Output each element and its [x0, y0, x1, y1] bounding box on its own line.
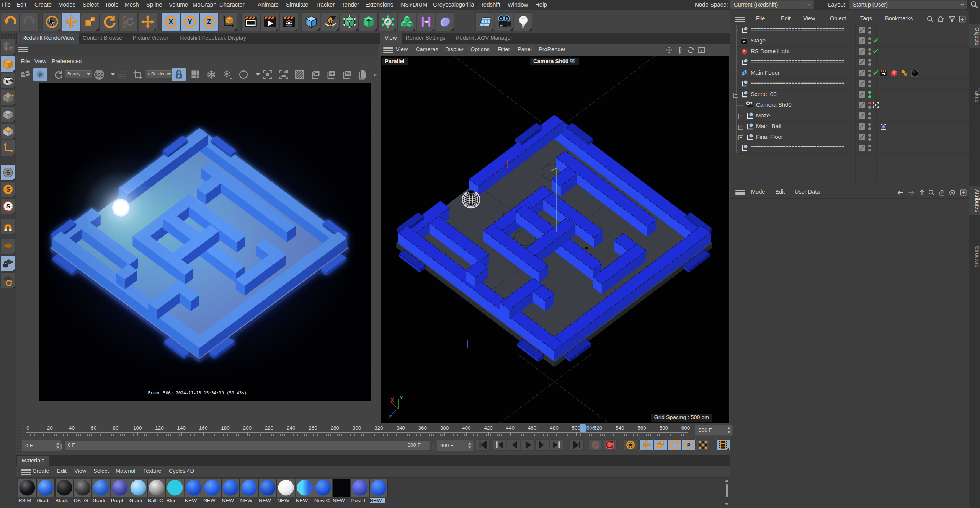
object-row-separator[interactable]: ============================== — [730, 143, 969, 154]
tool-cubes-three[interactable] — [397, 12, 416, 31]
visibility-dot-render[interactable] — [868, 74, 871, 77]
rv-tool-img-plus[interactable] — [324, 68, 338, 81]
expand-toggle[interactable]: + — [738, 135, 743, 140]
om-plus-box-icon[interactable] — [959, 15, 966, 23]
transport-kmove[interactable] — [639, 439, 653, 451]
object-name[interactable]: Final Floor — [756, 134, 783, 140]
rv-tool-snowflake-g[interactable]: G — [220, 68, 234, 81]
transport-prev-key[interactable] — [493, 439, 506, 451]
menu-animate[interactable]: Animate — [258, 1, 279, 8]
vp-frame-icon[interactable] — [697, 46, 705, 54]
tool-light-bulb[interactable] — [514, 12, 532, 31]
material-name[interactable]: NEW — [203, 498, 224, 503]
tool-axis-z[interactable]: Z — [199, 12, 218, 31]
attr-search-icon[interactable] — [928, 189, 935, 196]
menu-extensions[interactable]: Extensions — [365, 1, 393, 8]
object-name[interactable]: Stage — [751, 37, 766, 44]
tool-coord-system[interactable] — [219, 12, 237, 31]
transport-kparam[interactable]: P — [682, 439, 696, 451]
collapse-toggle[interactable]: − — [733, 93, 738, 98]
rv-tool-rv-refresh[interactable] — [52, 68, 65, 81]
tool-field-blob[interactable] — [436, 12, 454, 31]
material-swatch[interactable] — [129, 479, 147, 497]
object-row-main_ball[interactable]: +Main_Ball — [730, 121, 969, 132]
layer-box[interactable] — [859, 80, 865, 87]
viewport-tab-redshift-aov-manager[interactable]: Redshift AOV Manager — [451, 33, 517, 44]
object-row-camera-sh00[interactable]: Camera Sh00 — [730, 100, 969, 111]
tag-clapper[interactable] — [880, 70, 887, 77]
material-swatch[interactable] — [56, 479, 73, 497]
enabled-check[interactable] — [872, 37, 879, 43]
mode-workplane-mode[interactable] — [0, 90, 15, 106]
material-swatch[interactable] — [222, 479, 239, 497]
current-frame-field[interactable]: 506 F — [695, 425, 732, 435]
attr-lock-small-icon[interactable] — [938, 189, 946, 196]
timeline-ruler[interactable]: 0204060801001201401601802002202402602803… — [22, 424, 707, 438]
rv-tool-snowflake[interactable] — [204, 68, 218, 81]
tool-undo[interactable] — [1, 12, 20, 31]
transport-next-frame[interactable] — [535, 439, 549, 451]
om-search-icon[interactable] — [926, 15, 934, 23]
tool-axis-x[interactable]: X — [161, 12, 180, 31]
rv-menu-preferences[interactable]: Preferences — [52, 58, 82, 64]
om-menu-bookmarks[interactable]: Bookmarks — [885, 15, 913, 21]
object-row-separator[interactable]: ============================== — [730, 78, 969, 90]
visibility-dot-render[interactable] — [868, 85, 871, 87]
material-scrollbar[interactable] — [724, 479, 729, 506]
mode-workplane-lock[interactable] — [0, 256, 15, 272]
object-row-stage[interactable]: Stage — [730, 36, 969, 47]
transport-key-dim[interactable] — [589, 439, 603, 451]
playhead[interactable] — [580, 424, 586, 432]
rv-tool-rv-play[interactable] — [33, 68, 47, 81]
material-swatch[interactable] — [277, 479, 295, 497]
attr-arrow-up-icon[interactable] — [918, 189, 926, 196]
material-name[interactable]: RS M — [18, 498, 39, 503]
material-name[interactable]: Black — [56, 498, 76, 503]
om-home-icon[interactable] — [937, 15, 944, 23]
visibility-dot-render[interactable] — [868, 127, 871, 130]
vp-orbit-icon[interactable] — [687, 46, 694, 54]
transport-autokey[interactable] — [603, 439, 617, 451]
range-grip-right[interactable]: || — [432, 443, 436, 452]
visibility-dot-editor[interactable] — [868, 37, 871, 40]
menu-modes[interactable]: Modes — [58, 1, 75, 8]
vp-menu-display[interactable]: Display — [445, 46, 464, 52]
material-swatch[interactable] — [351, 479, 369, 497]
vp-menu-options[interactable]: Options — [470, 46, 490, 52]
beauty-select[interactable]: Beauty — [65, 70, 92, 78]
layer-box[interactable] — [859, 112, 865, 119]
visibility-dot-editor[interactable] — [868, 112, 871, 115]
mode-workplane-grid[interactable] — [0, 239, 15, 255]
menu-character[interactable]: Character — [219, 1, 245, 8]
tool-deformer-bend[interactable] — [416, 12, 435, 31]
tool-axis-y[interactable]: Y — [180, 12, 199, 31]
transport-film-strip-big[interactable] — [716, 439, 730, 451]
vp-menu-prorender[interactable]: ProRender — [539, 46, 565, 52]
layer-box[interactable] — [859, 37, 865, 44]
material-swatch[interactable] — [37, 479, 54, 497]
material-swatch[interactable] — [333, 479, 350, 497]
transport-goto-start[interactable] — [476, 439, 490, 451]
material-name[interactable]: NEW — [296, 498, 317, 503]
object-row-rs-dome-light[interactable]: RS Dome Light — [730, 46, 969, 57]
material-swatch[interactable] — [185, 479, 203, 497]
menu-tracker[interactable]: Tracker — [315, 1, 335, 8]
transport-goto-end[interactable] — [570, 439, 584, 451]
transport-next-key[interactable] — [549, 439, 563, 451]
rv-menu-file[interactable]: File — [21, 58, 30, 64]
menu-help[interactable]: Help — [535, 1, 547, 8]
tag-focus[interactable] — [872, 102, 879, 108]
mode-axis-mode[interactable] — [0, 140, 15, 156]
material-name[interactable]: Gradi — [129, 498, 150, 503]
visibility-dot-render[interactable] — [868, 95, 871, 98]
menu-greyscalegorilla[interactable]: Greyscalegorilla — [433, 1, 474, 8]
attr-arrow-left-icon[interactable] — [897, 189, 904, 196]
material-name[interactable]: NEW — [333, 498, 353, 503]
attr-menu-mode[interactable]: Mode — [751, 189, 765, 195]
menu-mesh[interactable]: Mesh — [125, 1, 139, 8]
hamburger-icon[interactable] — [18, 47, 28, 52]
expand-toggle[interactable]: + — [738, 125, 743, 130]
mat-menu-edit[interactable]: Edit — [57, 468, 67, 474]
camera-label[interactable]: Camera Sh00 — [530, 58, 579, 65]
object-row-separator[interactable]: ============================== — [730, 25, 969, 36]
